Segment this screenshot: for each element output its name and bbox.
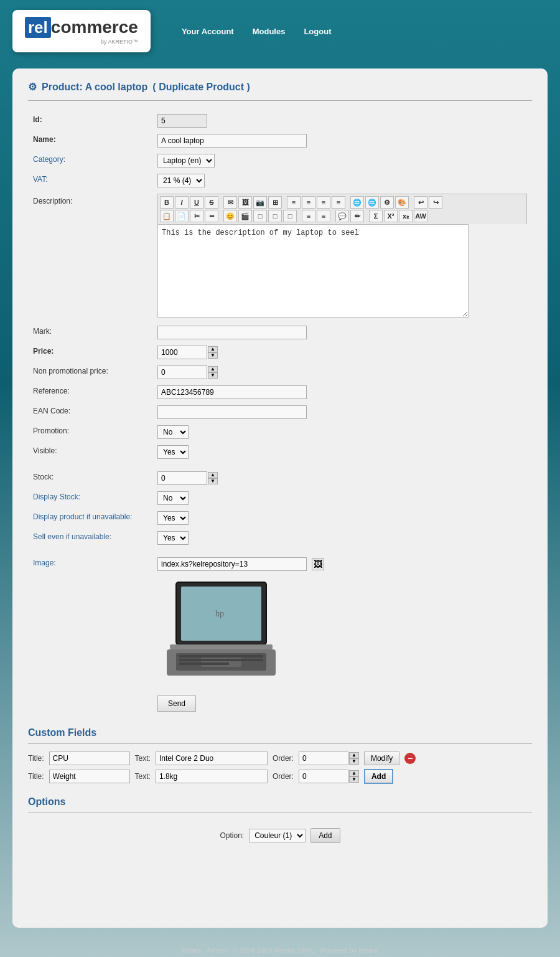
- cf2-order-label: Order:: [273, 772, 294, 781]
- rte-align-right[interactable]: ≡: [317, 196, 330, 209]
- rte-rule[interactable]: ━: [205, 210, 218, 222]
- rte-align-justify[interactable]: ≡: [332, 196, 345, 209]
- cf2-order-down[interactable]: ▼: [349, 776, 359, 783]
- rte-smiley[interactable]: 😊: [223, 210, 237, 222]
- name-label: Name:: [28, 131, 152, 151]
- rte-box3[interactable]: □: [283, 210, 297, 222]
- nav-your-account[interactable]: Your Account: [182, 27, 234, 36]
- ean-field[interactable]: [157, 405, 307, 419]
- rte-copy[interactable]: 📋: [160, 210, 174, 222]
- cf1-order-down[interactable]: ▼: [349, 758, 359, 765]
- cf2-title-label: Title:: [28, 772, 44, 781]
- cf1-order-field[interactable]: [299, 752, 348, 765]
- reference-field[interactable]: [157, 385, 307, 399]
- form-row-id: Id:: [28, 111, 532, 131]
- rte-sigma[interactable]: Σ: [369, 210, 383, 222]
- rte-undo[interactable]: ↩: [414, 196, 427, 209]
- nonpromo-field[interactable]: [157, 365, 207, 379]
- form-row-mark: Mark:: [28, 323, 532, 342]
- cf1-remove-button[interactable]: −: [404, 753, 416, 764]
- promotion-select[interactable]: No Yes: [157, 425, 189, 439]
- vat-select[interactable]: 21 % (4): [157, 174, 205, 187]
- visible-select[interactable]: Yes No: [157, 445, 189, 459]
- image-field[interactable]: [157, 557, 307, 571]
- image-label: Image:: [28, 554, 152, 688]
- form-row-price: Price: ▲ ▼: [28, 342, 532, 362]
- rte-paste[interactable]: 📄: [175, 210, 189, 222]
- rte-cut[interactable]: ✂: [190, 210, 203, 222]
- rte-box2[interactable]: □: [268, 210, 282, 222]
- form-row-nonpromo: Non promotional price: ▲ ▼: [28, 362, 532, 382]
- cf1-text-field[interactable]: [156, 752, 268, 765]
- cf2-order-up[interactable]: ▲: [349, 770, 359, 776]
- rte-align-left[interactable]: ≡: [287, 196, 301, 209]
- option-select[interactable]: Couleur (1) Size (2): [249, 829, 306, 842]
- stock-spinner: ▲ ▼: [157, 471, 218, 485]
- sell-unavail-select[interactable]: Yes No: [157, 531, 189, 545]
- options-add-button[interactable]: Add: [310, 828, 340, 843]
- stock-field[interactable]: [157, 471, 207, 485]
- stock-down[interactable]: ▼: [208, 478, 218, 484]
- send-button[interactable]: Send: [157, 695, 196, 712]
- rte-list-ul[interactable]: ≡: [302, 210, 315, 222]
- nonpromo-label: Non promotional price:: [28, 362, 152, 382]
- cf1-order-up[interactable]: ▲: [349, 752, 359, 758]
- nonpromo-up[interactable]: ▲: [208, 366, 218, 372]
- form-row-reference: Reference:: [28, 382, 532, 402]
- form-row-image: Image: 🖼 hp: [28, 554, 532, 688]
- display-stock-select[interactable]: No Yes: [157, 491, 189, 505]
- duplicate-link[interactable]: ( Duplicate Product ): [152, 82, 250, 93]
- cf2-text-label: Text:: [135, 772, 151, 781]
- name-field[interactable]: [157, 134, 307, 148]
- logo-rel: rel: [25, 17, 51, 38]
- rte-strike[interactable]: S: [205, 196, 218, 209]
- rte-email[interactable]: ✉: [223, 196, 237, 209]
- rte-list-ol[interactable]: ≡: [317, 210, 330, 222]
- nav-modules[interactable]: Modules: [253, 27, 286, 36]
- rte-bold[interactable]: B: [160, 196, 174, 209]
- rte-gear[interactable]: ⚙: [380, 196, 394, 209]
- rte-italic[interactable]: I: [175, 196, 189, 209]
- nav-logout[interactable]: Logout: [304, 27, 331, 36]
- price-up[interactable]: ▲: [208, 346, 218, 352]
- rte-subscript[interactable]: x₂: [399, 210, 413, 222]
- rte-special[interactable]: AW: [414, 210, 427, 222]
- options-row: Option: Couleur (1) Size (2) Add: [28, 821, 532, 851]
- cf2-text-field[interactable]: [156, 770, 268, 783]
- cf2-add-button[interactable]: Add: [364, 769, 393, 784]
- rte-align-center[interactable]: ≡: [302, 196, 315, 209]
- product-form: Id: Name: Category: Laptop (en) VAT: 2: [28, 111, 532, 715]
- cf2-order-field[interactable]: [299, 770, 348, 783]
- cf2-title-field[interactable]: [49, 770, 130, 783]
- rte-superscript[interactable]: X²: [384, 210, 398, 222]
- custom-fields-divider: [28, 743, 532, 744]
- cf1-order-label: Order:: [273, 754, 294, 763]
- rte-color[interactable]: 🎨: [395, 196, 409, 209]
- rte-box1[interactable]: □: [253, 210, 267, 222]
- id-field[interactable]: [157, 114, 207, 128]
- rte-table[interactable]: ⊞: [268, 196, 282, 209]
- rte-source[interactable]: ✏: [350, 210, 364, 222]
- category-select[interactable]: Laptop (en): [157, 154, 215, 167]
- stock-up[interactable]: ▲: [208, 472, 218, 478]
- rte-comment[interactable]: 💬: [335, 210, 349, 222]
- description-textarea[interactable]: This is the description of my laptop to …: [157, 224, 469, 318]
- rte-redo[interactable]: ↪: [429, 196, 442, 209]
- price-down[interactable]: ▼: [208, 352, 218, 359]
- cf1-title-field[interactable]: [49, 752, 130, 765]
- rte-globe[interactable]: 🌐: [350, 196, 364, 209]
- image-browse-icon[interactable]: 🖼: [312, 558, 324, 570]
- display-unavail-select[interactable]: Yes No: [157, 511, 189, 525]
- rte-sep8: [365, 210, 368, 222]
- rte-img[interactable]: 🖼: [238, 196, 252, 209]
- promotion-label: Promotion:: [28, 422, 152, 442]
- rte-underline[interactable]: U: [190, 196, 203, 209]
- cf1-order-spinner: ▲ ▼: [299, 752, 359, 765]
- nonpromo-down[interactable]: ▼: [208, 372, 218, 379]
- rte-globe2[interactable]: 🌐: [365, 196, 379, 209]
- rte-photo[interactable]: 📷: [253, 196, 267, 209]
- mark-field[interactable]: [157, 326, 307, 339]
- cf1-modify-button[interactable]: Modify: [364, 752, 399, 765]
- price-field[interactable]: [157, 346, 207, 359]
- rte-media[interactable]: 🎬: [238, 210, 252, 222]
